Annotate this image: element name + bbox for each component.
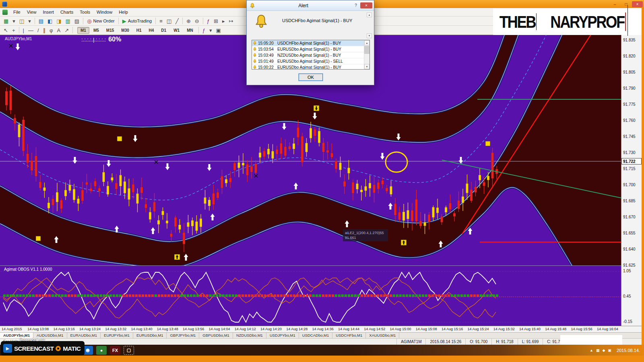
crosshair-tool-button[interactable]: + xyxy=(10,27,17,34)
tray-expand-icon[interactable]: ▲ xyxy=(590,348,593,352)
tab-xauusdbo-m1[interactable]: XAUUSDbo,M1 xyxy=(366,333,399,338)
tray-display-icon[interactable]: ▦ xyxy=(596,348,600,352)
alert-row[interactable]: 15:01:49EURUSDbo Agimat Signal(1) - SELL xyxy=(252,58,369,64)
alert-history-list[interactable]: 15:05:20USDCHFbo Agimat Signal(1) - BUY1… xyxy=(252,40,370,70)
tab-euraudbo-m1[interactable]: EURAUDbo,M1 xyxy=(67,333,101,338)
horizontal-line-tool-button[interactable]: — xyxy=(26,27,35,34)
fx-app-icon[interactable]: FX xyxy=(110,346,120,355)
fibonacci-tool-button[interactable]: φ xyxy=(47,27,55,34)
alert-row[interactable]: 15:05:20USDCHFbo Agimat Signal(1) - BUY xyxy=(252,40,369,46)
time-axis[interactable]: 14 Aug 201514 Aug 13:0814 Aug 13:1614 Au… xyxy=(0,326,642,332)
line-chart-button[interactable]: ╱ xyxy=(173,17,181,25)
down-arrow-marker xyxy=(16,43,20,50)
period-dropdown-button[interactable]: ▾ xyxy=(207,27,214,34)
menu-tools[interactable]: Tools xyxy=(76,8,93,16)
cursor-tool-button[interactable]: ↖ xyxy=(2,27,10,34)
terminal-button[interactable]: ▥ xyxy=(64,17,72,25)
timeframe-m1[interactable]: M1 xyxy=(77,27,89,34)
timeframe-m5[interactable]: M5 xyxy=(90,27,102,34)
alert-list-scrollbar[interactable]: ▲ ▼ xyxy=(364,40,369,69)
timeframe-h1[interactable]: H1 xyxy=(133,27,145,34)
data-window-button[interactable]: ◧ xyxy=(45,17,54,25)
chart-dropdown-button[interactable]: ▾ xyxy=(10,17,17,25)
list-scroll-up-icon[interactable]: ▲ xyxy=(364,40,369,45)
market-watch-button[interactable]: ▤ xyxy=(37,17,45,25)
taskbar[interactable]: ◉●FX▢ ▲▦◆▣ 2015.08.14. xyxy=(0,345,644,356)
market-watch-icon: ▤ xyxy=(39,19,43,24)
close-button[interactable]: × xyxy=(632,1,643,7)
line-chart-icon: ╱ xyxy=(175,19,179,24)
tab-gbpjpybo-m1[interactable]: GBPJPYbo,M1 xyxy=(167,333,199,338)
minimize-button[interactable]: – xyxy=(609,1,620,7)
timeframe-m30[interactable]: M30 xyxy=(118,27,132,34)
tab-usdchfbo-m1[interactable]: USDCHFbo,M1 xyxy=(332,333,366,338)
autotrading-button[interactable]: ▶AutoTrading xyxy=(120,17,154,25)
menu-view[interactable]: View xyxy=(24,8,40,16)
indicator-canvas[interactable] xyxy=(0,266,621,326)
menu-file[interactable]: File xyxy=(10,8,24,16)
alert-help-button[interactable]: ? xyxy=(351,2,360,8)
bars-chart-button[interactable]: ≡ xyxy=(157,17,165,25)
tab-eurjpybo-m1[interactable]: EURJPYbo,M1 xyxy=(101,333,133,338)
alert-row[interactable]: 15:00:22EURUSDbo Agimat Signal(1) - BUY xyxy=(252,64,369,70)
tab-usdjpybo-m1[interactable]: USDJPYbo,M1 xyxy=(266,333,299,338)
zoom-out-button[interactable]: ⊖ xyxy=(193,17,201,25)
timeframe-d1[interactable]: D1 xyxy=(158,27,169,34)
menu-window[interactable]: Window xyxy=(93,8,116,16)
chart-shift-button[interactable]: ↦ xyxy=(227,17,235,25)
scroll-up-icon[interactable]: ▲ xyxy=(367,12,372,17)
indicators-list-button[interactable]: ƒ xyxy=(200,27,207,34)
tab-gbpusdbo-m1[interactable]: GBPUSDbo,M1 xyxy=(199,333,233,338)
timeframe-mn[interactable]: MN xyxy=(184,27,196,34)
vertical-line-tool-button[interactable]: | xyxy=(21,27,26,34)
new-chart-button[interactable]: ▦ xyxy=(2,17,10,25)
template-dropdown-button[interactable]: ▣ xyxy=(214,27,223,34)
price-scale[interactable]: 91.722 91.83591.82091.80591.79091.77591.… xyxy=(621,35,642,326)
zoom-in-button[interactable]: ⊕ xyxy=(184,17,193,25)
fibonacci-tool-icon: φ xyxy=(50,28,53,33)
tab-eurusdbo-m1[interactable]: EURUSDbo,M1 xyxy=(133,333,167,338)
timeframe-h4[interactable]: H4 xyxy=(146,27,157,34)
menu-insert[interactable]: Insert xyxy=(39,8,57,16)
menu-charts[interactable]: Charts xyxy=(57,8,76,16)
maximize-button[interactable]: □ xyxy=(621,1,632,7)
timeframe-w1[interactable]: W1 xyxy=(170,27,183,34)
navigator-button[interactable]: ◨ xyxy=(54,17,63,25)
tray-icons: ▲▦◆▣ xyxy=(590,348,611,352)
tray-language-icon[interactable]: ▣ xyxy=(608,348,611,352)
tab-usdcadbo-m1[interactable]: USDCADbo,M1 xyxy=(299,333,333,338)
time-label: 14 Aug 14:04 xyxy=(208,327,230,331)
new-order-button[interactable]: ◎New Order xyxy=(85,17,117,25)
alert-close-button[interactable]: × xyxy=(360,2,372,8)
channel-tool-button[interactable]: ∥ xyxy=(41,27,48,34)
profiles-dropdown-button[interactable]: ▾ xyxy=(26,17,33,25)
tile-windows-button[interactable]: ⊞ xyxy=(212,17,220,25)
time-label: 14 Aug 14:28 xyxy=(286,327,308,331)
alert-ok-button[interactable]: OK xyxy=(299,74,323,81)
snip-app-icon[interactable]: ▢ xyxy=(124,346,134,355)
tab-nzdusdbo-m1[interactable]: NZDUSDbo,M1 xyxy=(233,333,266,338)
toolbar-separator xyxy=(83,18,83,24)
strategy-tester-button[interactable]: ▨ xyxy=(72,17,81,25)
logo-text-2: NARYPROF xyxy=(551,12,624,32)
list-scroll-thumb[interactable] xyxy=(364,46,369,54)
indicators-button[interactable]: ƒ xyxy=(205,17,212,25)
list-scroll-down-icon[interactable]: ▼ xyxy=(364,64,369,69)
indicator-panel[interactable]: Agimat OBOS V1.1 1.0000 xyxy=(0,265,621,326)
trendline-tool-button[interactable]: / xyxy=(35,27,41,34)
scroll-down-icon[interactable]: ▼ xyxy=(367,33,372,38)
tray-network-icon[interactable]: ◆ xyxy=(602,348,605,352)
timeframe-m15[interactable]: M15 xyxy=(103,27,117,34)
alert-row[interactable]: 15:03:54EURUSDbo Agimat Signal(1) - BUY xyxy=(252,46,369,52)
text-tool-button[interactable]: A xyxy=(55,27,62,34)
auto-scroll-button[interactable]: ▸ xyxy=(220,17,227,25)
alert-dialog-titlebar[interactable]: Alert ? × xyxy=(247,0,374,11)
candlestick-chart-button[interactable]: ◫ xyxy=(165,17,173,25)
profiles-button[interactable]: ◫ xyxy=(17,17,26,25)
chart-symbol-label: AUDJPYbo,M1 xyxy=(5,37,32,41)
menu-help[interactable]: Help xyxy=(116,8,131,16)
camera-app-icon[interactable]: ● xyxy=(96,346,107,355)
alert-row[interactable]: 15:03:49NZDUSDbo Agimat Signal(1) - BUY xyxy=(252,52,369,58)
arrows-tool-button[interactable]: ↗ xyxy=(62,27,71,34)
bars-chart-icon: ≡ xyxy=(159,19,163,24)
